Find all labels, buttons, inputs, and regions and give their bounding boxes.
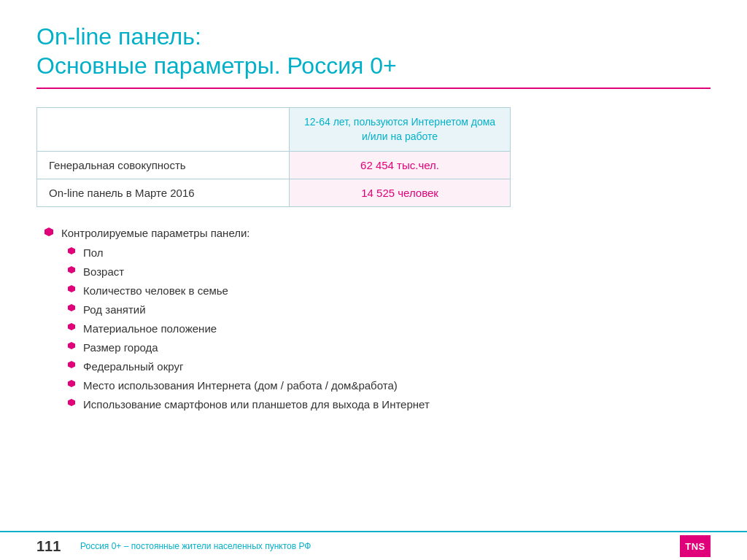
sub-bullet-text-2: Количество человек в семье	[83, 283, 228, 298]
sub-bullet-icon-6	[67, 360, 76, 369]
sub-bullet-icon-2	[67, 284, 76, 293]
sub-bullet-text-5: Размер города	[83, 340, 158, 355]
sub-bullet-text-6: Федеральный округ	[83, 359, 183, 374]
svg-marker-5	[68, 323, 75, 330]
sub-bullet-icon-7	[67, 379, 76, 388]
sub-bullet-item-4: Материальное положение	[67, 321, 711, 336]
sub-bullet-text-0: Пол	[83, 245, 104, 260]
sub-bullet-item-2: Количество человек в семье	[67, 283, 711, 298]
sub-bullet-item-0: Пол	[67, 245, 711, 260]
table-row-value-2: 14 525 человек	[290, 179, 511, 207]
sub-bullet-icon-4	[67, 322, 76, 331]
main-bullet-icon	[44, 227, 54, 237]
svg-marker-8	[68, 380, 75, 387]
main-bullet-item: Контролируемые параметры панели:	[44, 225, 711, 241]
table-row-value-1: 62 454 тыс.чел.	[290, 152, 511, 179]
svg-marker-3	[68, 285, 75, 292]
page-number: 111	[36, 538, 66, 555]
tns-logo: TNS	[680, 535, 711, 557]
sub-bullet-text-3: Род занятий	[83, 302, 146, 317]
sub-bullet-item-8: Использование смартфонов или планшетов д…	[67, 397, 711, 412]
sub-bullet-item-5: Размер города	[67, 340, 711, 355]
sub-bullet-icon-3	[67, 303, 76, 312]
sub-bullet-item-3: Род занятий	[67, 302, 711, 317]
svg-marker-7	[68, 361, 75, 368]
page-title: On-line панель: Основные параметры. Росс…	[36, 22, 711, 80]
sub-bullet-text-7: Место использования Интернета (дом / раб…	[83, 378, 398, 393]
table-row-label-2: On-line панель в Марте 2016	[37, 179, 290, 207]
sub-bullet-icon-5	[67, 341, 76, 350]
svg-marker-0	[44, 228, 53, 236]
svg-marker-4	[68, 304, 75, 311]
sub-bullet-icon-8	[67, 398, 76, 407]
main-bullet-text: Контролируемые параметры панели:	[61, 225, 250, 241]
data-table: 12-64 лет, пользуются Интернетом дома и/…	[36, 107, 511, 207]
sub-bullet-icon-0	[67, 246, 76, 255]
sub-bullet-item-7: Место использования Интернета (дом / раб…	[67, 378, 711, 393]
header-divider	[36, 88, 711, 89]
footer-note: Россия 0+ – постоянные жители населенных…	[80, 541, 680, 551]
footer: 111 Россия 0+ – постоянные жители населе…	[0, 531, 747, 560]
page-container: On-line панель: Основные параметры. Росс…	[0, 0, 747, 560]
sub-bullet-icon-1	[67, 265, 76, 274]
svg-marker-1	[68, 247, 75, 254]
svg-marker-9	[68, 399, 75, 406]
sub-bullet-item-6: Федеральный округ	[67, 359, 711, 374]
sub-bullet-text-8: Использование смартфонов или планшетов д…	[83, 397, 430, 412]
sub-bullet-text-4: Материальное положение	[83, 321, 217, 336]
table-row-label-1: Генеральная совокупность	[37, 152, 290, 179]
table-header-cell: 12-64 лет, пользуются Интернетом дома и/…	[290, 108, 511, 152]
svg-marker-2	[68, 266, 75, 273]
bullet-section: Контролируемые параметры панели: Пол Воз…	[44, 225, 711, 412]
sub-bullets-list: Пол Возраст Количество человек в семье Р…	[67, 245, 711, 412]
svg-marker-6	[68, 342, 75, 349]
sub-bullet-item-1: Возраст	[67, 264, 711, 279]
sub-bullet-text-1: Возраст	[83, 264, 124, 279]
